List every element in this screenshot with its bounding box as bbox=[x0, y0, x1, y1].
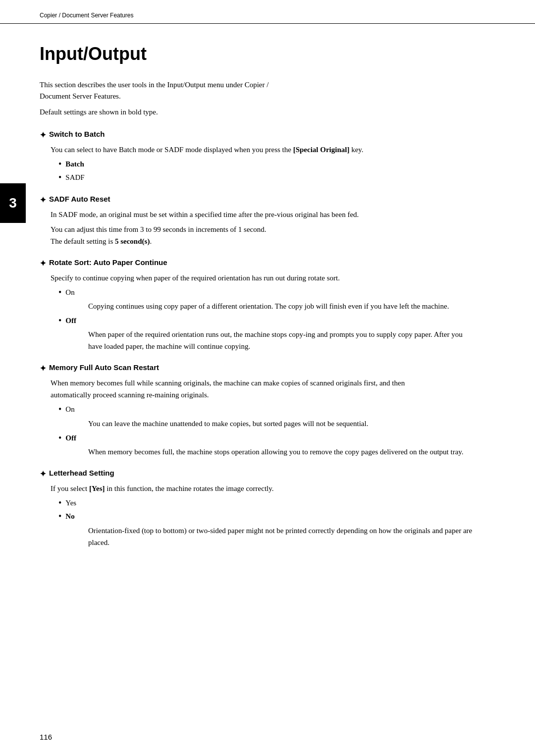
page-container: 3 Copier / Document Server Features Inpu… bbox=[0, 0, 535, 756]
section-3-bullets: • On Copying continues using copy paper … bbox=[58, 287, 495, 353]
section-5-body: If you select [Yes] in this function, th… bbox=[51, 483, 447, 494]
breadcrumb-bar: Copier / Document Server Features bbox=[0, 0, 535, 24]
section-3-body: Specify to continue copying when paper o… bbox=[51, 272, 447, 284]
bullet-on-memory-text: On bbox=[65, 404, 74, 415]
bullet-dot-1: • bbox=[58, 159, 61, 170]
intro-paragraph: This section describes the user tools in… bbox=[40, 79, 446, 103]
page-number: 116 bbox=[40, 733, 52, 741]
section-2-body-2: You can adjust this time from 3 to 99 se… bbox=[51, 223, 447, 247]
diamond-icon-5: ✦ bbox=[40, 469, 46, 479]
section-heading-text-2: SADF Auto Reset bbox=[49, 195, 110, 203]
section-heading-text-1: Switch to Batch bbox=[49, 130, 105, 138]
section-memory-full-heading: ✦ Memory Full Auto Scan Restart bbox=[40, 363, 495, 373]
section-1-body: You can select to have Batch mode or SAD… bbox=[51, 144, 447, 156]
bullet-dot-2: • bbox=[58, 172, 61, 183]
diamond-icon-1: ✦ bbox=[40, 130, 46, 140]
chapter-number: 3 bbox=[9, 195, 17, 211]
diamond-icon-4: ✦ bbox=[40, 364, 46, 373]
chapter-tab: 3 bbox=[0, 183, 26, 223]
bullet-off-memory-text: Off bbox=[65, 432, 76, 444]
bullet-on-rotate-text: On bbox=[65, 287, 74, 298]
diamond-icon-2: ✦ bbox=[40, 195, 46, 205]
intro-line2: Document Server Features. bbox=[40, 92, 121, 100]
intro-line1: This section describes the user tools in… bbox=[40, 81, 268, 89]
section-heading-text-4: Memory Full Auto Scan Restart bbox=[49, 363, 159, 372]
section-switch-to-batch-heading: ✦ Switch to Batch bbox=[40, 130, 495, 140]
bullet-on-memory-sub: You can leave the machine unattended to … bbox=[88, 418, 475, 430]
bullet-sadf-text: SADF bbox=[65, 172, 84, 183]
bullet-no-letterhead: • No bbox=[58, 511, 495, 522]
bullet-on-memory: • On bbox=[58, 404, 495, 415]
page-title: Input/Output bbox=[40, 44, 495, 64]
bullet-no-letterhead-text: No bbox=[65, 511, 74, 522]
section-heading-text-5: Letterhead Setting bbox=[49, 469, 114, 477]
bullet-dot-8: • bbox=[58, 511, 61, 522]
section-4-body: When memory becomes full while scanning … bbox=[51, 377, 447, 401]
section-heading-text-3: Rotate Sort: Auto Paper Continue bbox=[49, 258, 167, 267]
bullet-dot-6: • bbox=[58, 432, 61, 444]
bullet-off-memory: • Off bbox=[58, 432, 495, 444]
section-4-bullets: • On You can leave the machine unattende… bbox=[58, 404, 495, 458]
bullet-dot-3: • bbox=[58, 287, 61, 298]
section-rotate-sort-heading: ✦ Rotate Sort: Auto Paper Continue bbox=[40, 258, 495, 268]
section-sadf-auto-reset-heading: ✦ SADF Auto Reset bbox=[40, 195, 495, 205]
bullet-on-rotate-sub: Copying continues using copy paper of a … bbox=[88, 300, 475, 312]
bullet-off-rotate-text: Off bbox=[65, 315, 76, 326]
content-area: Input/Output This section describes the … bbox=[0, 24, 535, 581]
bullet-off-rotate-sub: When paper of the required orientation r… bbox=[88, 328, 475, 352]
default-seconds-bold: 5 second(s) bbox=[115, 237, 150, 245]
bullet-batch-text: Batch bbox=[65, 159, 84, 170]
default-note: Default settings are shown in bold type. bbox=[40, 107, 495, 118]
yes-bold: [Yes] bbox=[89, 485, 105, 492]
bullet-yes-letterhead-text: Yes bbox=[65, 497, 76, 509]
breadcrumb: Copier / Document Server Features bbox=[40, 12, 133, 19]
bullet-off-memory-sub: When memory becomes full, the machine st… bbox=[88, 446, 475, 458]
section-letterhead-heading: ✦ Letterhead Setting bbox=[40, 469, 495, 479]
bullet-on-rotate: • On bbox=[58, 287, 495, 298]
bullet-off-rotate: • Off bbox=[58, 315, 495, 326]
diamond-icon-3: ✦ bbox=[40, 259, 46, 268]
section-1-bullets: • Batch • SADF bbox=[58, 159, 495, 184]
section-5-bullets: • Yes • No Orientation-fixed (top to bot… bbox=[58, 497, 495, 548]
bullet-dot-4: • bbox=[58, 315, 61, 326]
bullet-sadf: • SADF bbox=[58, 172, 495, 183]
special-original-bold: [Special Original] bbox=[293, 146, 350, 154]
bullet-batch: • Batch bbox=[58, 159, 495, 170]
bullet-dot-5: • bbox=[58, 404, 61, 415]
bullet-no-letterhead-sub: Orientation-fixed (top to bottom) or two… bbox=[88, 525, 475, 548]
bullet-yes-letterhead: • Yes bbox=[58, 497, 495, 509]
section-2-body-1: In SADF mode, an original must be set wi… bbox=[51, 209, 447, 220]
bullet-dot-7: • bbox=[58, 497, 61, 509]
